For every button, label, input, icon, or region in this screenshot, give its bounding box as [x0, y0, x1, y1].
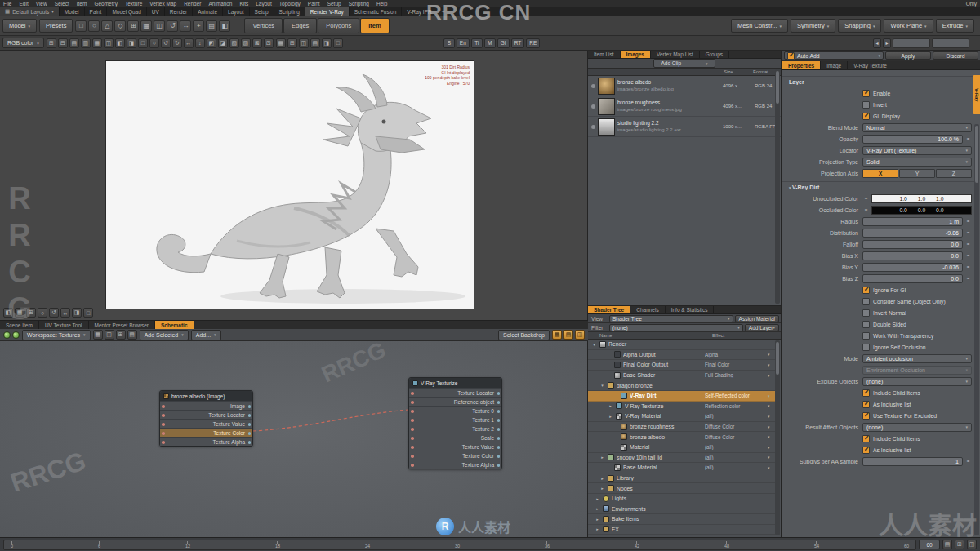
twirl-icon[interactable]: ▸: [595, 527, 600, 531]
menu-item[interactable]: Animation: [209, 1, 233, 7]
menu-item[interactable]: Texture: [125, 1, 142, 7]
properties-tab[interactable]: V-Ray Texture: [848, 61, 893, 69]
view-dropdown[interactable]: Shader Tree▾: [609, 315, 733, 322]
checkbox-box[interactable]: [862, 412, 870, 420]
shader-tree-row[interactable]: ▸ Bake Items ▾: [588, 514, 775, 525]
prev-arrow-button[interactable]: ◂: [873, 38, 881, 48]
clip-row[interactable]: bronze roughness images/bronze roughness…: [588, 96, 781, 117]
shader-tree-row[interactable]: Alpha Output Alpha ▾: [588, 350, 775, 361]
panel-tab[interactable]: Shader Tree: [588, 306, 630, 313]
visibility-dot-icon[interactable]: [591, 84, 595, 88]
effect-dropdown-icon[interactable]: ▾: [768, 455, 773, 460]
add-workspace-tab-button[interactable]: +: [438, 7, 449, 16]
selection-mode-tab[interactable]: Edges: [283, 18, 317, 33]
node-port-row[interactable]: Texture Locator: [160, 410, 252, 419]
workspace-tab[interactable]: Schematic Fusion: [350, 7, 403, 16]
axis-y-button[interactable]: Y: [899, 169, 935, 178]
twirl-icon[interactable]: ▸: [599, 486, 605, 491]
layout-switcher-dropdown[interactable]: ▦ Default Layouts ▾: [0, 7, 60, 16]
timeline-option-icon[interactable]: ◫: [967, 540, 977, 549]
value-input[interactable]: 100.0 %: [862, 135, 963, 144]
timeline-option-icon[interactable]: ▤: [942, 540, 952, 549]
extra-tool-icon[interactable]: ◫: [299, 38, 309, 48]
node-port-row[interactable]: Texture Locator: [409, 388, 501, 397]
menu-item[interactable]: Item: [77, 1, 87, 7]
panel-tab[interactable]: Channels: [630, 306, 665, 313]
checkbox-box[interactable]: [862, 113, 870, 120]
properties-scrollbar[interactable]: [974, 124, 979, 535]
apply-button[interactable]: Apply: [885, 51, 931, 60]
tool-icon[interactable]: ↺: [167, 20, 178, 32]
viewport-control-icon[interactable]: ▦: [15, 308, 24, 318]
layer-effect[interactable]: (all): [705, 413, 765, 419]
viewport-tool-icon[interactable]: ○: [149, 38, 159, 48]
effect-dropdown-icon[interactable]: ▾: [768, 424, 773, 429]
extra-tool-icon[interactable]: ⊞: [287, 38, 297, 48]
viewport-tool-icon[interactable]: ◫: [104, 38, 114, 48]
shader-tree-row[interactable]: ▸ Nodes ▾: [588, 483, 775, 494]
checkbox-box[interactable]: [862, 401, 870, 408]
tool-icon[interactable]: +: [193, 20, 204, 32]
viewport-tool-icon[interactable]: ↻: [172, 38, 182, 48]
visibility-dot-icon[interactable]: [591, 125, 595, 129]
node-port-row[interactable]: Texture Color: [160, 428, 252, 437]
node-port-row[interactable]: Reference object: [409, 397, 501, 406]
axis-z-button[interactable]: Z: [936, 169, 972, 178]
next-arrow-button[interactable]: ▸: [883, 38, 891, 48]
auto-add-checkbox[interactable]: [787, 52, 795, 60]
workspace-tab[interactable]: V-Ray IPR: [402, 7, 437, 16]
value-dropdown[interactable]: Solid▾: [862, 158, 972, 167]
layer-effect[interactable]: (all): [705, 455, 765, 460]
value-stepper[interactable]: ◂▸: [964, 263, 972, 272]
value-stepper[interactable]: ◂▸: [964, 229, 972, 238]
option-dropdown-button[interactable]: Snapping▾: [838, 19, 881, 33]
tool-icon[interactable]: ▤: [206, 20, 217, 32]
effect-dropdown-icon[interactable]: ▾: [768, 434, 773, 439]
option-dropdown-button[interactable]: Mesh Constr...▾: [731, 19, 788, 33]
option-dropdown-button[interactable]: Extrude▾: [936, 19, 974, 33]
add-more-button[interactable]: Add...▾: [191, 330, 221, 340]
property-checkbox[interactable]: Work With Transparency: [862, 332, 933, 340]
panel-tab[interactable]: Scene Item: [0, 321, 39, 329]
twirl-icon[interactable]: ▸: [599, 455, 605, 460]
twirl-icon[interactable]: ▾: [599, 383, 605, 388]
menu-item[interactable]: Layout: [256, 1, 272, 7]
value-dropdown[interactable]: Environment Occlusion▾: [862, 366, 972, 375]
property-checkbox[interactable]: Consider Same (Object Only): [862, 298, 946, 305]
shader-tree-row[interactable]: ▸ V-Ray Material (all) ▾: [588, 411, 775, 422]
node-port-row[interactable]: Texture Alpha: [409, 460, 501, 469]
viewport-control-icon[interactable]: ◨: [72, 308, 82, 318]
value-dropdown[interactable]: V-Ray Dirt (Texture)▾: [862, 146, 972, 155]
checkbox-box[interactable]: [862, 298, 870, 305]
properties-tab[interactable]: Properties: [782, 61, 821, 69]
node-port-row[interactable]: Texture 1: [409, 415, 501, 424]
node-port-row[interactable]: Image: [160, 401, 252, 410]
property-checkbox[interactable]: Include Child Items: [862, 435, 920, 442]
schematic-view-icon[interactable]: ◫: [105, 330, 114, 340]
tool-icon[interactable]: △: [101, 20, 113, 32]
checkbox-box[interactable]: [862, 435, 870, 442]
extra-tool-icon[interactable]: ▦: [276, 38, 286, 48]
viewport-tool-icon[interactable]: ↕: [195, 38, 205, 48]
node-header[interactable]: V-Ray Texturize: [409, 378, 501, 388]
shader-tree-row[interactable]: ▸ FX ▾: [588, 525, 775, 535]
shader-tree-row[interactable]: Base Material (all) ▾: [588, 463, 775, 473]
menu-right-item[interactable]: Only: [966, 1, 977, 7]
auto-add-dropdown[interactable]: Auto Add ▾: [784, 51, 884, 60]
workspace-tab[interactable]: Render: [165, 7, 193, 16]
effect-dropdown-icon[interactable]: ▾: [768, 414, 773, 419]
assign-material-button[interactable]: Assign Material: [735, 315, 779, 322]
workspace-tab[interactable]: Scripting: [274, 7, 305, 16]
workspace-tab[interactable]: Render V-Ray: [305, 7, 350, 16]
tool-icon[interactable]: ◫: [154, 20, 165, 32]
menu-item[interactable]: Scripting: [349, 1, 369, 7]
presets-button[interactable]: Presets: [39, 19, 73, 33]
select-backdrop-button[interactable]: Select Backdrop: [498, 330, 550, 340]
schematic-view-icon[interactable]: ▤: [127, 330, 137, 340]
value-dropdown[interactable]: Normal▾: [862, 123, 972, 132]
viewport-tool-icon[interactable]: ◪: [218, 38, 228, 48]
schematic-view-icon[interactable]: ⊞: [116, 330, 126, 340]
viewport-control-icon[interactable]: □: [83, 308, 93, 318]
schematic-action-icon[interactable]: ◫: [575, 330, 585, 340]
property-checkbox[interactable]: Double Sided: [862, 321, 906, 328]
